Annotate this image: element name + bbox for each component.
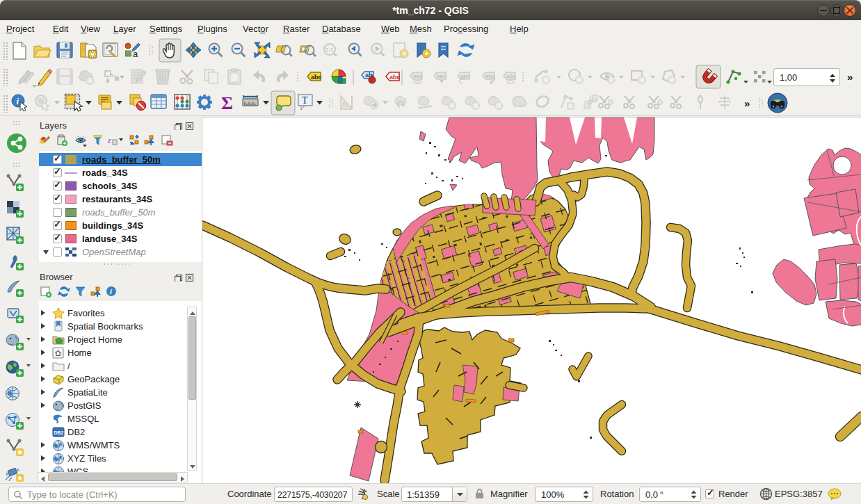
- svg-text:i: i: [17, 96, 19, 106]
- svg-text:SpatiaLite: SpatiaLite: [67, 387, 108, 398]
- svg-text:Favorites: Favorites: [67, 308, 105, 318]
- svg-text:XYZ Tiles: XYZ Tiles: [67, 453, 106, 464]
- svg-text:1:1: 1:1: [325, 47, 334, 53]
- svg-text:abc: abc: [506, 73, 516, 79]
- svg-text:DB2: DB2: [54, 430, 64, 435]
- svg-text:»: »: [744, 97, 750, 109]
- svg-text:Σ: Σ: [221, 93, 233, 113]
- svg-text:abc: abc: [311, 74, 322, 81]
- svg-text:ε: ε: [108, 135, 112, 145]
- svg-text:PostGIS: PostGIS: [67, 400, 102, 411]
- svg-text:Spatial Bookmarks: Spatial Bookmarks: [67, 321, 143, 332]
- svg-text:GeoPackage: GeoPackage: [67, 374, 120, 384]
- svg-text:abc: abc: [437, 73, 446, 79]
- svg-text:abc: abc: [389, 74, 401, 81]
- svg-text:Home: Home: [67, 348, 92, 358]
- svg-text:Project Home: Project Home: [67, 334, 122, 345]
- svg-text:WMS/WMTS: WMS/WMTS: [67, 440, 120, 450]
- svg-text:DB2: DB2: [67, 427, 85, 437]
- svg-text:abc: abc: [413, 73, 423, 79]
- svg-text:/: /: [67, 361, 70, 371]
- svg-text:MSSQL: MSSQL: [67, 414, 99, 424]
- svg-text:T: T: [302, 95, 308, 106]
